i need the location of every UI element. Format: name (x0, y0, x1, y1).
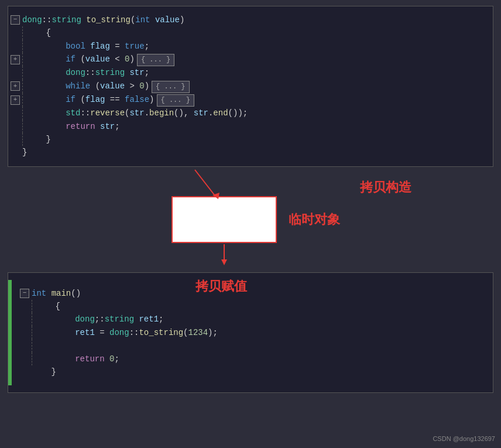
bottom-line-7: } (18, 365, 481, 378)
code-line-7: + if (flag == false){ ... } (8, 93, 487, 107)
bottom-code-text-2: { (36, 300, 60, 313)
bottom-code-text-5 (36, 339, 40, 352)
page-wrapper: − dong::string to_string(int value) { bo… (8, 6, 493, 393)
watermark: CSDN @dong132697 (433, 435, 495, 442)
bottom-line-3: dong;:string ret1; (18, 313, 481, 326)
fold-btn-1[interactable]: − (11, 15, 20, 25)
arrow-label-container: 拷贝构造 临时对象 (8, 167, 493, 272)
fold-btn-4[interactable]: + (11, 55, 20, 64)
copy-assign-label: 拷贝赋值 (195, 278, 247, 295)
code-text-6: while (value > 0){ ... } (26, 80, 190, 93)
bottom-line-1: − int main() (18, 287, 481, 300)
fold-btn-main[interactable]: − (20, 289, 29, 298)
bottom-line-2: { (18, 300, 481, 313)
top-code-block: − dong::string to_string(int value) { bo… (8, 6, 493, 167)
code-line-10: } (8, 133, 487, 146)
code-text-10: } (26, 133, 51, 146)
code-line-3: bool flag = true; (8, 40, 487, 53)
svg-line-0 (195, 170, 215, 196)
code-text-5: dong::string str; (26, 66, 149, 79)
svg-marker-3 (221, 259, 227, 265)
code-line-2: { (8, 26, 487, 39)
code-text-9: return str; (26, 120, 120, 133)
code-text-7: if (flag == false){ ... } (26, 93, 194, 107)
code-line-5: dong::string str; (8, 66, 487, 79)
bottom-code-text-4: ret1 = dong::to_string(1234); (36, 326, 218, 339)
code-text-8: std::reverse(str.begin(), str.end()); (26, 107, 248, 119)
bottom-line-6: return 0; (18, 353, 481, 365)
bottom-code-text-3: dong;:string ret1; (36, 313, 163, 326)
fold-btn-7[interactable]: + (11, 95, 20, 105)
code-line-1: − dong::string to_string(int value) (8, 13, 487, 26)
code-text-4: if (value < 0){ ... } (26, 53, 174, 66)
arrows-svg (8, 167, 493, 272)
code-text-2: { (26, 26, 51, 39)
fold-btn-6[interactable]: + (11, 81, 20, 91)
code-line-9: return str; (8, 120, 487, 133)
code-line-8: std::reverse(str.begin(), str.end()); (8, 107, 487, 119)
bottom-line-4: ret1 = dong::to_string(1234); (18, 326, 481, 339)
bottom-line-5 (18, 339, 481, 352)
code-text-1: dong::string to_string(int value) (22, 13, 184, 26)
bottom-code-block: 拷贝赋值 − int main() { dong;:string ret1; (8, 272, 493, 394)
bottom-code-text-1: int main() (32, 287, 81, 300)
bottom-code-text-7: } (32, 365, 56, 378)
code-line-6: + while (value > 0){ ... } (8, 80, 487, 93)
code-text-3: bool flag = true; (26, 40, 149, 53)
bottom-code-text-6: return 0; (36, 353, 119, 365)
code-text-11: } (22, 146, 27, 159)
code-line-4: + if (value < 0){ ... } (8, 53, 487, 66)
bottom-code-inner: 拷贝赋值 − int main() { dong;:string ret1; (12, 280, 487, 386)
code-line-11: } (8, 146, 487, 159)
middle-section: 拷贝构造 临时对象 (8, 167, 493, 272)
